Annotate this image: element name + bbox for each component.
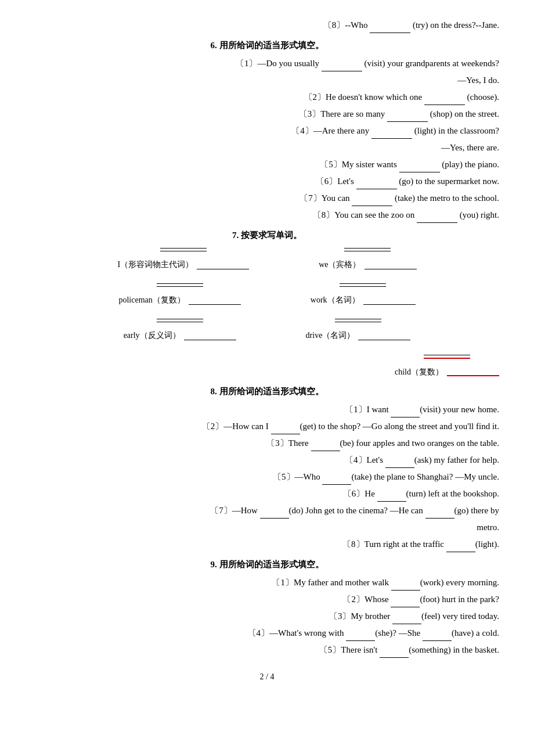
s6-3-blank[interactable]: [387, 113, 428, 122]
s7-row1-left-lines: [160, 248, 207, 254]
s7-line12: [335, 322, 381, 322]
s6-6-blank[interactable]: [356, 180, 397, 189]
s7-line1: [160, 248, 207, 249]
s6-1-suffix: (visit) your grandparents at weekends?: [365, 59, 499, 68]
s6-5-suffix: (play) the piano.: [442, 160, 499, 169]
s6-6-suffix: (go) to the supermarket now.: [399, 177, 499, 186]
s8-item-3: 〔3〕There (be) four apples and two orange…: [35, 435, 499, 451]
s6-item-8: 〔8〕You can see the zoo on (you) right.: [35, 207, 499, 223]
s7-line4: [344, 251, 391, 251]
s7-row1-left: I（形容词物主代词）: [118, 248, 250, 272]
s7-label-work: work（名词）: [311, 293, 360, 307]
s9-2-blank[interactable]: [391, 598, 420, 607]
s9-2: 〔2〕Whose (foot) hurt in the park?: [342, 595, 499, 604]
s6-item-3: 〔3〕There are so many (shop) on the stree…: [35, 106, 499, 122]
s6-5-num: 〔5〕My sister wants: [320, 160, 397, 169]
s8-item-8: 〔8〕Turn right at the traffic (light).: [35, 537, 499, 552]
s6-3-suffix: (shop) on the street.: [430, 109, 499, 118]
s7-row4-right-answer[interactable]: [447, 367, 499, 376]
s6-4-blank[interactable]: [371, 129, 412, 139]
section6-title: 6. 用所给词的适当形式填空。: [35, 38, 499, 53]
s8-8-blank[interactable]: [446, 543, 475, 552]
s6-item-6: 〔6〕Let's (go) to the supermarket now.: [35, 174, 499, 189]
s8-7-blank1[interactable]: [260, 509, 289, 519]
s7-line3: [344, 248, 391, 249]
s7-row3-right-lines: [335, 319, 381, 325]
s8-5: 〔5〕—Who (take) the plane to Shanghai? —M…: [273, 472, 499, 481]
s6-7-num: 〔7〕You can: [300, 193, 349, 203]
s6-8-suffix: (you) right.: [460, 210, 499, 219]
s7-row4-right-label: child（复数）: [395, 365, 499, 379]
s7-row1-left-label: I（形容词物主代词）: [118, 257, 250, 272]
s8-2: 〔2〕—How can I (get) to the shop? —Go alo…: [202, 422, 499, 431]
s9-item-3: 〔3〕My brother (feel) very tired today.: [35, 609, 499, 624]
header-q8: 〔8〕--Who (try) on the dress?--Jane.: [35, 17, 499, 33]
s8-6: 〔6〕He (turn) left at the bookshop.: [343, 489, 499, 498]
s8-5-blank[interactable]: [322, 476, 351, 485]
s6-5-blank[interactable]: [399, 163, 440, 172]
s7-row2-left-answer[interactable]: [189, 296, 241, 305]
s9-4-blank1[interactable]: [346, 632, 375, 641]
s7-line13: [424, 355, 470, 355]
s6-4-num: 〔4〕—Are there any: [291, 126, 369, 135]
s9-3: 〔3〕My brother (feel) very tired today.: [329, 611, 499, 621]
s8-1: 〔1〕I want (visit) your new home.: [345, 405, 499, 414]
q8-rest: (try) on the dress?--Jane.: [413, 20, 499, 30]
s8-4: 〔4〕Let's (ask) my father for help.: [345, 455, 499, 465]
s7-row3-left-label: early（反义词）: [124, 328, 236, 343]
s6-item-1-answer: —Yes, I do.: [35, 73, 499, 88]
s7-row2-left: policeman（复数）: [118, 283, 240, 307]
s7-line14-red: [424, 358, 470, 359]
section8-title: 8. 用所给词的适当形式填空。: [35, 384, 499, 399]
s7-line5: [157, 283, 203, 284]
s7-row3: early（反义词） drive（名词）: [35, 319, 499, 343]
s7-row3-left-lines: [157, 319, 203, 325]
s9-5-blank[interactable]: [380, 649, 409, 658]
s6-1-num: 〔1〕—Do you usually: [236, 59, 319, 68]
q8-blank: [370, 24, 410, 33]
s9-item-4: 〔4〕—What's wrong with (she)? —She (have)…: [35, 625, 499, 641]
s9-1: 〔1〕My father and mother walk (work) ever…: [272, 578, 499, 587]
s9-4-blank2[interactable]: [423, 632, 452, 641]
s6-item-7: 〔7〕You can (take) the metro to the schoo…: [35, 190, 499, 206]
s8-3-blank[interactable]: [311, 442, 340, 451]
s8-7-blank2[interactable]: [425, 509, 454, 519]
s8-item-6: 〔6〕He (turn) left at the bookshop.: [35, 486, 499, 502]
s7-row3-right: drive（名词）: [306, 319, 411, 343]
s7-row1-left-answer[interactable]: [197, 260, 249, 269]
s7-label-policeman: policeman（复数）: [118, 293, 185, 307]
page-number: 2 / 4: [35, 669, 499, 684]
s7-row3-left-answer[interactable]: [184, 331, 236, 340]
s7-row1-right-answer[interactable]: [365, 260, 417, 269]
s6-8-blank[interactable]: [417, 214, 457, 223]
s6-1-blank[interactable]: [322, 62, 362, 71]
s6-8-num: 〔8〕You can see the zoo on: [313, 210, 415, 219]
s6-7-blank[interactable]: [352, 197, 392, 206]
s9-4: 〔4〕—What's wrong with (she)? —She (have)…: [248, 628, 499, 638]
s7-row3-left: early（反义词）: [124, 319, 236, 343]
s6-2-blank[interactable]: [424, 96, 465, 105]
s6-4-suffix: (light) in the classroom?: [414, 126, 499, 135]
s9-3-blank[interactable]: [392, 615, 421, 624]
s7-row2: policeman（复数） work（名词）: [35, 283, 499, 307]
s6-item-4-answer: —Yes, there are.: [35, 140, 499, 156]
s6-7-suffix: (take) the metro to the school.: [395, 193, 499, 203]
s7-row1-right-lines: [344, 248, 391, 254]
s8-2-blank[interactable]: [271, 425, 300, 434]
s7-row2-left-label: policeman（复数）: [118, 293, 240, 307]
s7-row3-right-answer[interactable]: [358, 331, 410, 340]
s8-6-blank[interactable]: [377, 492, 406, 502]
s7-label-i: I（形容词物主代词）: [118, 257, 194, 272]
s9-5: 〔5〕There isn't (something) in the basket…: [319, 645, 499, 654]
s7-row2-right-answer[interactable]: [363, 296, 416, 305]
section9-title: 9. 用所给词的适当形式填空。: [35, 557, 499, 573]
s7-line7: [340, 283, 386, 284]
s8-4-blank[interactable]: [385, 459, 414, 468]
s7-line8: [340, 286, 386, 287]
s7-line9: [157, 319, 203, 319]
s8-1-blank[interactable]: [391, 408, 420, 417]
s9-item-2: 〔2〕Whose (foot) hurt in the park?: [35, 592, 499, 607]
s7-row1-right-label: we（宾格）: [319, 257, 416, 272]
s8-item-1: 〔1〕I want (visit) your new home.: [35, 402, 499, 417]
s9-1-blank[interactable]: [391, 581, 420, 591]
